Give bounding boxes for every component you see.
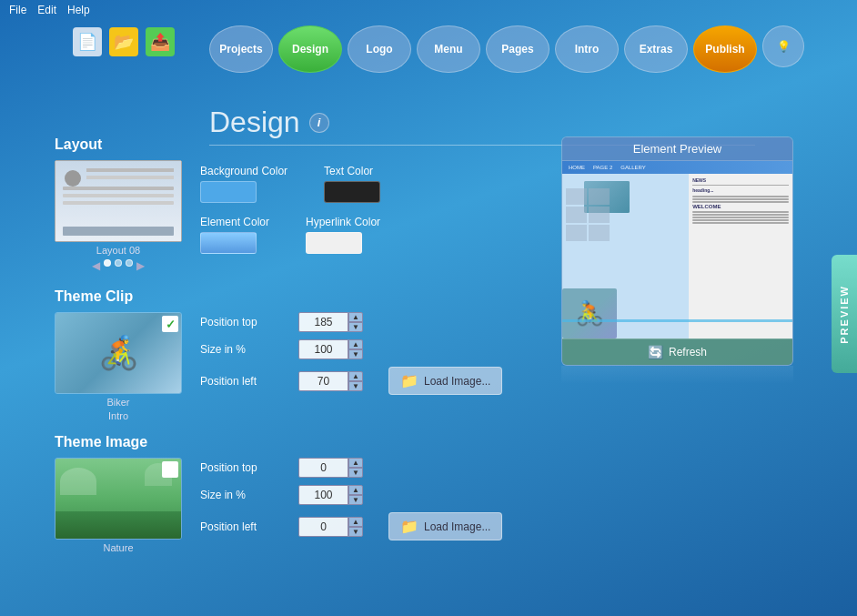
img-position-top-spinner[interactable]: ▲ ▼ [298,458,363,478]
side-preview-tab[interactable]: PREVIEW [832,255,857,373]
preview-image-area: HOME PAGE 2 GALLERY 🚴 [562,161,792,338]
preview-heading: heading... [692,187,789,193]
clip-position-top-up[interactable]: ▲ [348,312,363,322]
color-row-1: Background Color Text Color [200,165,380,203]
theme-image-section-title: Theme Image [55,434,591,450]
preview-welcome-line-3 [692,217,789,218]
theme-clip-next-label: Intro [108,410,128,421]
refresh-label: Refresh [669,346,707,358]
clip-position-left-input[interactable] [298,371,348,391]
theme-image-section: Nature Position top ▲ ▼ Size in % [55,458,591,553]
layout-prev-arrow[interactable]: ◀ [92,259,100,272]
text-color-swatch[interactable] [324,181,380,203]
refresh-button[interactable]: 🔄 Refresh [562,338,792,365]
preview-welcome-lines [692,211,789,224]
preview-left: 🚴 [562,174,689,338]
tab-idea[interactable]: 💡 [762,25,804,67]
background-color-swatch[interactable] [200,181,257,203]
img-position-top-label: Position top [200,461,291,474]
preview-nav-bar: HOME PAGE 2 GALLERY [562,161,792,174]
clip-load-image-button[interactable]: 📁 Load Image... [388,367,502,395]
tab-menu[interactable]: Menu [417,25,480,73]
tab-pages[interactable]: Pages [486,25,549,73]
menu-file[interactable]: File [9,4,26,16]
clip-folder-icon: 📁 [400,372,418,389]
element-color-swatch[interactable] [200,232,257,254]
img-size-buttons: ▲ ▼ [348,485,363,505]
img-position-left-input[interactable] [298,517,348,537]
clip-position-left-down[interactable]: ▼ [348,381,363,391]
preview-panel: Element Preview HOME PAGE 2 GALLERY 🚴 [561,136,793,384]
preview-welcome-line-5 [692,222,789,224]
clip-position-left-label: Position left [200,375,291,388]
img-position-top-input[interactable] [298,458,348,478]
menubar: File Edit Help [0,0,857,20]
theme-clip-section-title: Theme Clip [55,288,591,305]
img-position-top-down[interactable]: ▼ [348,468,363,478]
tab-projects[interactable]: Projects [209,25,273,73]
clip-size-spinner[interactable]: ▲ ▼ [298,339,363,359]
tab-intro[interactable]: Intro [555,25,619,73]
tab-extras[interactable]: Extras [624,25,688,73]
img-position-left-spinner[interactable]: ▲ ▼ [298,517,363,537]
info-icon[interactable]: i [309,113,329,133]
img-size-label: Size in % [200,489,291,501]
preview-biker-icon: 🚴 [575,299,604,328]
img-size-input[interactable] [298,485,348,505]
clip-size-input[interactable] [298,339,348,359]
clip-size-label: Size in % [200,343,291,356]
img-size-spinner[interactable]: ▲ ▼ [298,485,363,505]
tab-design[interactable]: Design [278,25,342,73]
layout-dot-1[interactable] [104,259,111,267]
layout-thumb-area: Layout 08 ◀ ▶ [55,160,182,272]
img-position-left-up[interactable]: ▲ [348,517,363,527]
clip-position-left-buttons: ▲ ▼ [348,371,363,391]
clip-position-left-spinner[interactable]: ▲ ▼ [298,371,363,391]
theme-clip-checkbox[interactable] [162,316,178,332]
layout-preview[interactable] [55,160,182,242]
clip-position-top-spinner[interactable]: ▲ ▼ [298,312,363,332]
preview-reflection [561,366,793,384]
new-document-icon[interactable]: 📄 [73,27,102,56]
theme-image-thumb[interactable] [55,458,182,540]
theme-image-controls: Position top ▲ ▼ Size in % ▲ ▼ [200,458,502,540]
refresh-icon: 🔄 [648,345,663,359]
preview-news-label: NEWS [692,177,789,183]
img-position-left-label: Position left [200,520,291,533]
tab-logo[interactable]: Logo [348,25,411,73]
hyperlink-color-swatch[interactable] [306,232,362,254]
img-size-row: Size in % ▲ ▼ [200,485,502,505]
layout-dot-2[interactable] [115,259,122,267]
img-size-up[interactable]: ▲ [348,485,363,495]
open-icon[interactable]: 📂 [109,27,138,56]
clip-load-image-label: Load Image... [424,375,490,388]
img-size-down[interactable]: ▼ [348,495,363,505]
img-position-top-up[interactable]: ▲ [348,458,363,468]
element-color-item: Element Color [200,216,269,254]
preview-text-line-1 [692,196,789,197]
preview-body: 🚴 [562,174,792,338]
color-row-2: Element Color Hyperlink Color [200,216,380,254]
theme-clip-thumb-area: 🚴 Biker Intro [55,312,182,421]
clip-position-left-row: Position left ▲ ▼ 📁 Load Image... [200,367,502,395]
theme-image-checkbox[interactable] [162,461,178,478]
layout-next-arrow[interactable]: ▶ [136,259,145,272]
menu-help[interactable]: Help [67,4,90,16]
img-position-left-down[interactable]: ▼ [348,527,363,537]
clip-position-left-up[interactable]: ▲ [348,371,363,381]
img-load-image-button[interactable]: 📁 Load Image... [388,512,502,540]
preview-nav-page2: PAGE 2 [590,164,615,171]
layout-dot-3[interactable] [126,259,133,267]
clip-size-up[interactable]: ▲ [348,339,363,349]
theme-clip-label: Biker [106,397,129,408]
menu-edit[interactable]: Edit [37,4,56,16]
clip-position-top-input[interactable] [298,312,348,332]
clip-size-buttons: ▲ ▼ [348,339,363,359]
theme-clip-thumb[interactable]: 🚴 [55,312,182,394]
tab-publish[interactable]: Publish [693,25,757,73]
text-color-item: Text Color [324,165,380,203]
clip-size-down[interactable]: ▼ [348,349,363,359]
clip-position-top-down[interactable]: ▼ [348,322,363,332]
export-icon[interactable]: 📤 [146,27,175,56]
side-tab-label: PREVIEW [839,285,850,344]
